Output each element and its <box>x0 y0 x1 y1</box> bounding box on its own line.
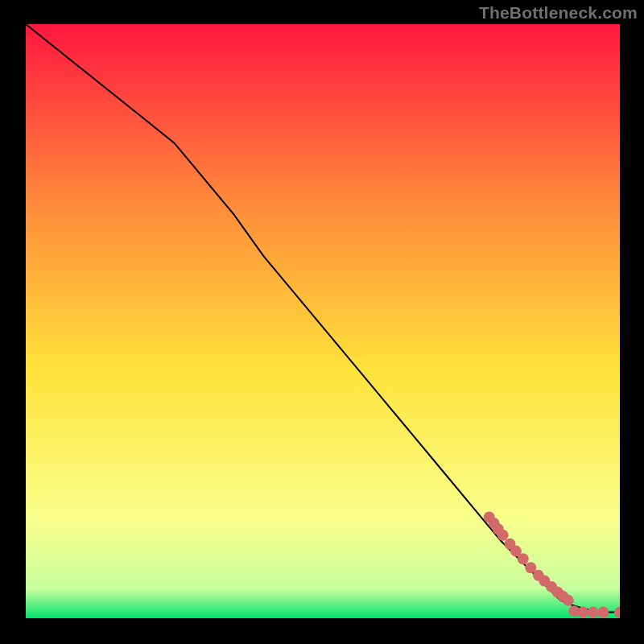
data-point <box>588 607 599 618</box>
chart-frame: TheBottleneck.com <box>0 0 644 644</box>
watermark-text: TheBottleneck.com <box>479 3 638 23</box>
data-point <box>577 607 588 618</box>
plot-area <box>26 24 620 618</box>
chart-svg <box>26 24 620 618</box>
gradient-background <box>26 24 620 618</box>
data-point <box>597 607 609 618</box>
data-point <box>497 530 509 541</box>
data-point <box>518 553 529 564</box>
data-point <box>563 595 574 606</box>
